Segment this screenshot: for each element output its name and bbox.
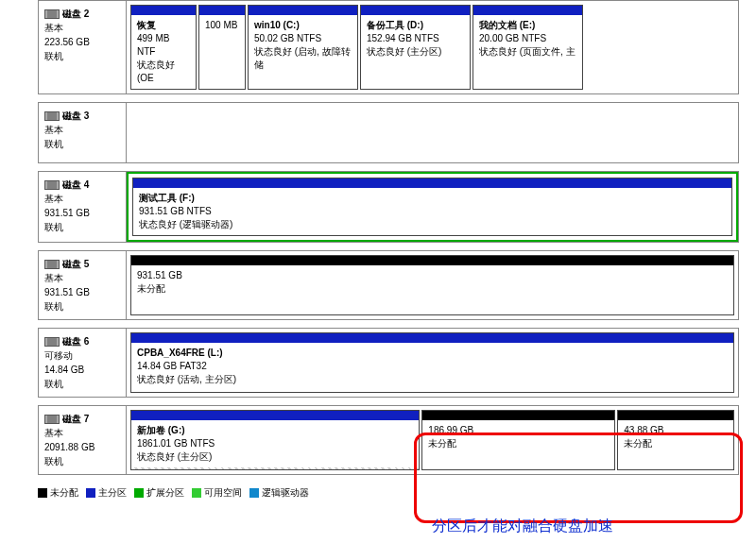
annotation-text: 分区后才能对融合硬盘加速 [432,517,613,536]
legend-label: 可用空间 [204,486,242,500]
partition-unallocated-1[interactable]: 186.99 GB 未分配 [421,410,615,470]
legend-item: 可用空间 [192,486,242,500]
disk-name: 磁盘 3 [62,110,89,121]
disk-status: 联机 [44,454,120,468]
disk-status: 联机 [44,220,120,234]
disk-name: 磁盘 6 [62,336,89,347]
partition-system[interactable]: 100 MB [198,5,246,90]
legend-label: 扩展分区 [146,486,184,500]
partition-status: 状态良好 (活动, 主分区) [137,373,728,386]
disk-type: 可移动 [44,348,120,363]
disk-row-4[interactable]: 磁盘 4 基本 931.51 GB 联机 测试工具 (F:) 931.51 GB… [38,171,739,243]
legend: 未分配 主分区 扩展分区 可用空间 逻辑驱动器 [0,483,756,503]
partition-status: 状态良好 (启动, 故障转储 [254,45,352,72]
partition-e[interactable]: 我的文档 (E:) 20.00 GB NTFS 状态良好 (页面文件, 主 [472,5,583,90]
partition-header [131,333,733,343]
legend-item: 扩展分区 [134,486,184,500]
partition-size: 186.99 GB [428,424,609,437]
partitions-container: 931.51 GB 未分配 [127,251,738,319]
partition-header [249,6,357,15]
legend-item: 未分配 [38,486,78,500]
partition-title: 恢复 [137,19,190,32]
partition-recovery[interactable]: 恢复 499 MB NTF 状态良好 (OE [130,5,197,90]
disk-row-5[interactable]: 磁盘 5 基本 931.51 GB 联机 931.51 GB 未分配 [38,250,739,320]
partition-unallocated[interactable]: 931.51 GB 未分配 [130,255,734,315]
partition-size: 499 MB NTF [137,32,190,59]
partition-body: 43.88 GB 未分配 [618,420,733,454]
partition-status: 状态良好 (主分区) [367,45,464,59]
disk-type: 基本 [44,271,120,285]
partition-header [473,6,582,15]
legend-swatch [192,488,201,498]
disk-icon [44,9,60,19]
disk-size: 14.84 GB [44,363,120,377]
partition-unallocated-2[interactable]: 43.88 GB 未分配 [617,410,734,470]
legend-label: 未分配 [50,486,78,500]
partition-status: 未分配 [624,437,728,450]
disk-type: 基本 [44,123,120,137]
legend-item: 逻辑驱动器 [249,486,309,500]
disk-size: 223.56 GB [44,35,120,49]
disk-name: 磁盘 4 [62,179,89,190]
partition-size: 50.02 GB NTFS [254,32,352,45]
partitions-container: 新加卷 (G:) 1861.01 GB NTFS 状态良好 (主分区) 186.… [127,406,738,474]
partition-body: 恢复 499 MB NTF 状态良好 (OE [131,15,196,89]
partition-f[interactable]: 测试工具 (F:) 931.51 GB NTFS 状态良好 (逻辑驱动器) [132,178,732,236]
partitions-container: 测试工具 (F:) 931.51 GB NTFS 状态良好 (逻辑驱动器) [127,172,738,242]
partition-header [361,6,470,15]
partition-status: 未分配 [137,282,728,296]
legend-label: 主分区 [98,486,127,500]
disk-type: 基本 [44,192,120,206]
partition-g[interactable]: 新加卷 (G:) 1861.01 GB NTFS 状态良好 (主分区) [130,410,420,470]
disk-size: 2091.88 GB [44,440,120,454]
legend-swatch [38,488,47,498]
partition-status: 状态良好 (逻辑驱动器) [139,218,726,231]
partition-header [131,256,733,265]
partition-title: CPBA_X64FRE (L:) [137,347,728,360]
partitions-container: 恢复 499 MB NTF 状态良好 (OE 100 MB win10 (C:)… [127,1,738,93]
disk-type: 基本 [44,21,120,35]
disk-row-3[interactable]: 磁盘 3 基本 联机 [38,102,739,163]
partition-l[interactable]: CPBA_X64FRE (L:) 14.84 GB FAT32 状态良好 (活动… [130,332,734,393]
disk-status: 联机 [44,137,120,151]
partition-body: 931.51 GB 未分配 [131,265,733,299]
partition-header [131,411,419,420]
disk-type: 基本 [44,426,120,440]
disk-info: 磁盘 4 基本 931.51 GB 联机 [39,172,127,242]
disk-row-2[interactable]: 磁盘 2 基本 223.56 GB 联机 恢复 499 MB NTF 状态良好 … [38,0,739,94]
legend-swatch [134,488,144,498]
disk-icon [44,260,60,269]
partition-size: 1861.01 GB NTFS [137,437,413,450]
partition-c[interactable]: win10 (C:) 50.02 GB NTFS 状态良好 (启动, 故障转储 [248,5,358,90]
partition-body: 100 MB [199,15,245,36]
disk-info: 磁盘 5 基本 931.51 GB 联机 [39,251,127,319]
disk-info: 磁盘 2 基本 223.56 GB 联机 [39,1,127,93]
partition-status: 未分配 [428,437,609,450]
disk-name: 磁盘 7 [62,414,89,424]
legend-label: 逻辑驱动器 [262,486,309,500]
partition-size: 152.94 GB NTFS [367,32,464,45]
disk-row-7[interactable]: 磁盘 7 基本 2091.88 GB 联机 新加卷 (G:) 1861.01 G… [38,405,739,475]
partitions-container: CPBA_X64FRE (L:) 14.84 GB FAT32 状态良好 (活动… [127,329,738,397]
disk-status: 联机 [44,377,120,391]
legend-swatch [249,488,259,498]
partition-header [422,411,614,420]
disk-name: 磁盘 2 [62,8,89,19]
partitions-container [127,103,738,162]
partition-body: CPBA_X64FRE (L:) 14.84 GB FAT32 状态良好 (活动… [131,343,733,390]
partition-header [133,178,731,188]
disk-name: 磁盘 5 [62,259,89,269]
partition-size: 931.51 GB [137,269,728,282]
partition-status: 状态良好 (页面文件, 主 [479,45,576,59]
partition-size: 43.88 GB [624,424,728,437]
partition-body: 186.99 GB 未分配 [422,420,614,454]
partition-title: win10 (C:) [254,19,352,32]
disk-icon [44,111,60,121]
disk-row-6[interactable]: 磁盘 6 可移动 14.84 GB 联机 CPBA_X64FRE (L:) 14… [38,328,739,398]
partition-body: 备份工具 (D:) 152.94 GB NTFS 状态良好 (主分区) [361,15,470,62]
partition-d[interactable]: 备份工具 (D:) 152.94 GB NTFS 状态良好 (主分区) [360,5,471,90]
partition-size: 20.00 GB NTFS [479,32,576,45]
disk-info: 磁盘 7 基本 2091.88 GB 联机 [39,406,127,474]
partition-size: 931.51 GB NTFS [139,205,726,218]
disk-icon [44,180,60,190]
